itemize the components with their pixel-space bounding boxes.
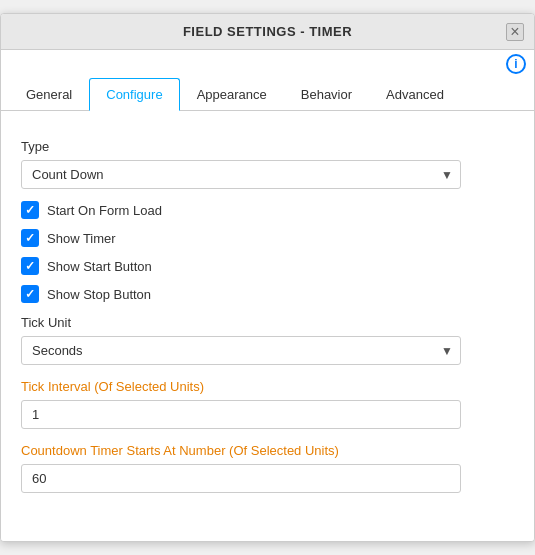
- tab-configure[interactable]: Configure: [89, 78, 179, 111]
- checkbox-group: ✓ Start On Form Load ✓ Show Timer ✓ Show…: [21, 201, 514, 303]
- tick-unit-label: Tick Unit: [21, 315, 514, 330]
- checkbox-start-label: Start On Form Load: [47, 203, 162, 218]
- checkbox-show-stop-button[interactable]: ✓ Show Stop Button: [21, 285, 514, 303]
- type-select[interactable]: Count Down Count Up: [21, 160, 461, 189]
- countdown-label: Countdown Timer Starts At Number (Of Sel…: [21, 443, 514, 458]
- tab-advanced[interactable]: Advanced: [369, 78, 461, 111]
- tick-unit-select[interactable]: Seconds Minutes Hours: [21, 336, 461, 365]
- countdown-value-input[interactable]: [21, 464, 461, 493]
- checkbox-show-stop-label: Show Stop Button: [47, 287, 151, 302]
- info-icon[interactable]: i: [506, 54, 526, 74]
- type-select-wrapper: Count Down Count Up ▼: [21, 160, 461, 189]
- tab-general[interactable]: General: [9, 78, 89, 111]
- checkbox-checked-icon: ✓: [21, 201, 39, 219]
- dialog: FIELD SETTINGS - TIMER × i General Confi…: [0, 13, 535, 542]
- content-area: ‹ App Data Type Count Down Count Up ▼ ✓ …: [1, 111, 534, 541]
- tab-appearance[interactable]: Appearance: [180, 78, 284, 111]
- tab-bar: General Configure Appearance Behavior Ad…: [1, 78, 534, 111]
- checkbox-checked-icon: ✓: [21, 229, 39, 247]
- checkbox-start-on-form-load[interactable]: ✓ Start On Form Load: [21, 201, 514, 219]
- tick-interval-label: Tick Interval (Of Selected Units): [21, 379, 514, 394]
- tab-behavior[interactable]: Behavior: [284, 78, 369, 111]
- type-label: Type: [21, 139, 514, 154]
- tick-interval-input[interactable]: [21, 400, 461, 429]
- checkbox-checked-icon: ✓: [21, 257, 39, 275]
- close-button[interactable]: ×: [506, 23, 524, 41]
- checkbox-show-timer-label: Show Timer: [47, 231, 116, 246]
- checkbox-show-timer[interactable]: ✓ Show Timer: [21, 229, 514, 247]
- checkbox-show-start-button[interactable]: ✓ Show Start Button: [21, 257, 514, 275]
- checkbox-show-start-label: Show Start Button: [47, 259, 152, 274]
- dialog-title: FIELD SETTINGS - TIMER: [183, 24, 352, 39]
- info-bar: i: [1, 50, 534, 78]
- checkbox-checked-icon: ✓: [21, 285, 39, 303]
- title-bar: FIELD SETTINGS - TIMER ×: [1, 14, 534, 50]
- tick-unit-select-wrapper: Seconds Minutes Hours ▼: [21, 336, 461, 365]
